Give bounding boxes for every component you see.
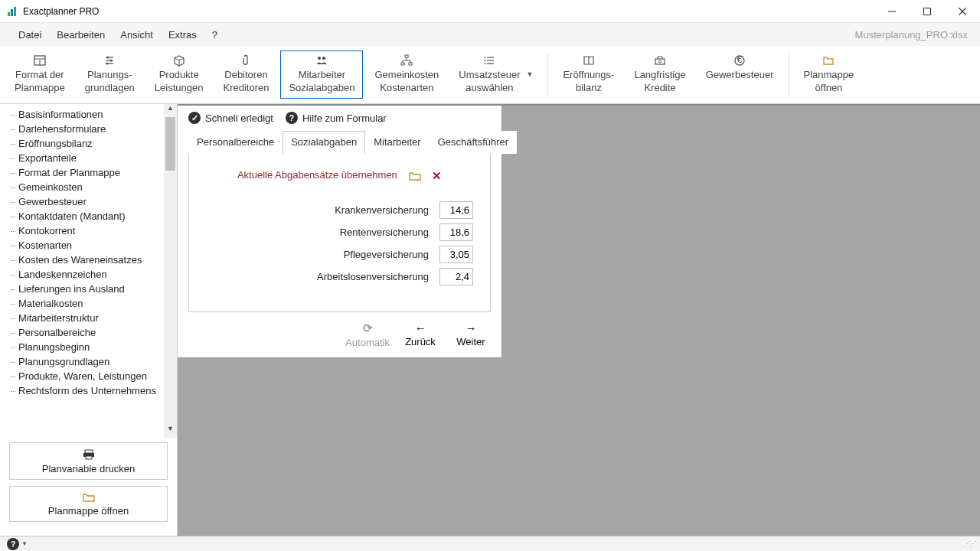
scrollbar[interactable]: ▲ ▼ <box>164 104 177 438</box>
ribbon-label: grundlagen <box>85 82 135 95</box>
import-rates-button[interactable] <box>409 171 421 181</box>
ribbon-planungsgrundlagen[interactable]: Planungs-grundlagen <box>77 51 143 99</box>
tree-item[interactable]: Produkte, Waren, Leistungen <box>6 369 177 383</box>
menu-help[interactable]: ? <box>204 26 225 44</box>
tree-item[interactable]: Mitarbeiterstruktur <box>6 311 177 325</box>
ribbon-produkte-leistungen[interactable]: ProdukteLeistungen <box>146 51 212 99</box>
ribbon-gewerbesteuer[interactable]: € Gewerbesteuer <box>697 51 782 99</box>
ribbon-separator <box>547 54 548 96</box>
statusbar-help-icon[interactable]: ? <box>7 538 19 550</box>
svg-rect-20 <box>409 63 412 65</box>
menu-bearbeiten[interactable]: Bearbeiten <box>49 26 113 44</box>
svg-rect-2 <box>14 7 16 16</box>
ribbon-label: Mitarbeiter <box>299 69 345 82</box>
ribbon-format-planmappe[interactable]: Format derPlanmappe <box>6 51 74 99</box>
tree-item[interactable]: Gemeinkosten <box>6 180 177 194</box>
tab-geschaeftsfuehrer[interactable]: Geschäftsführer <box>430 131 518 154</box>
scroll-up-icon[interactable]: ▲ <box>164 104 177 117</box>
tree-item[interactable]: Darlehensformulare <box>6 122 177 136</box>
tree-item[interactable]: Format der Planmappe <box>6 165 177 180</box>
tab-personalbereiche[interactable]: Personalbereiche <box>188 131 283 154</box>
app-logo-icon <box>6 5 18 18</box>
svg-point-17 <box>322 57 325 60</box>
automatik-button[interactable]: ⟳ Automatik <box>345 321 390 348</box>
tree-item[interactable]: Kostenarten <box>6 238 177 253</box>
ribbon-label: Planmappe <box>804 69 854 82</box>
scroll-down-icon[interactable]: ▼ <box>164 425 177 438</box>
close-button[interactable] <box>945 0 980 23</box>
tab-sozialabgaben[interactable]: Sozialabgaben <box>283 131 365 154</box>
field-input[interactable] <box>439 246 473 263</box>
svg-rect-27 <box>655 59 665 64</box>
tree-item[interactable]: Exportanteile <box>6 151 177 165</box>
field-input[interactable] <box>439 223 473 241</box>
menu-extras[interactable]: Extras <box>161 26 204 44</box>
ribbon-label: Kostenarten <box>380 82 433 95</box>
svg-rect-19 <box>401 63 404 65</box>
printer-icon <box>13 449 164 460</box>
tree-item[interactable]: Personalbereiche <box>6 325 177 340</box>
button-label: Planmappe öffnen <box>48 505 129 517</box>
tree-item[interactable]: Materialkosten <box>6 296 177 311</box>
tree-item[interactable]: Rechtsform des Unternehmens <box>6 383 177 398</box>
tree-item[interactable]: Kontaktdaten (Mandant) <box>6 209 177 223</box>
open-planmappe-button[interactable]: Planmappe öffnen <box>9 486 168 522</box>
scroll-thumb[interactable] <box>165 117 175 171</box>
svg-point-28 <box>659 60 662 63</box>
book-icon <box>583 54 595 67</box>
quick-done-button[interactable]: ✓ Schnell erledigt <box>188 112 273 124</box>
minimize-button[interactable] <box>874 0 910 23</box>
dropdown-caret-icon[interactable]: ▼ <box>527 70 534 80</box>
button-label: Hilfe zum Formular <box>302 112 387 124</box>
maximize-button[interactable] <box>910 0 945 23</box>
tree-item[interactable]: Landeskennzeichen <box>6 267 177 282</box>
next-button[interactable]: → Weiter <box>451 321 491 348</box>
ribbon-planmappe-oeffnen[interactable]: Planmappeöffnen <box>795 51 863 99</box>
ribbon-langfristige-kredite[interactable]: LangfristigeKredite <box>626 51 694 99</box>
tree-item[interactable]: Kontokorrent <box>6 223 177 238</box>
clear-rates-button[interactable]: ✕ <box>432 169 442 182</box>
tree-item[interactable]: Kosten des Wareneinsatzes <box>6 253 177 267</box>
field-label: Krankenversicherung <box>335 204 439 216</box>
tree-item[interactable]: Lieferungen ins Ausland <box>6 282 177 296</box>
clip-icon <box>240 54 252 67</box>
resize-grip-icon[interactable]: ⋰⋰ <box>963 540 975 548</box>
ribbon-debitoren-kreditoren[interactable]: DebitorenKreditoren <box>214 51 277 99</box>
back-button[interactable]: ← Zurück <box>400 321 440 348</box>
ribbon-eroeffnungsbilanz[interactable]: Eröffnungs-bilanz <box>554 51 622 99</box>
ribbon-label: Kreditoren <box>223 82 269 95</box>
people-icon <box>315 54 328 67</box>
hierarchy-icon <box>400 54 413 67</box>
ribbon-label: Eröffnungs- <box>563 69 614 82</box>
svg-point-16 <box>318 57 321 60</box>
ribbon-label: Format der <box>15 69 64 82</box>
svg-rect-1 <box>11 9 13 16</box>
tab-mitarbeiter[interactable]: Mitarbeiter <box>365 131 429 154</box>
tree-item[interactable]: Planungsbeginn <box>6 340 177 354</box>
ribbon-umsatzsteuer-auswaehlen[interactable]: Umsatzsteuerauswählen ▼ <box>450 51 541 99</box>
ribbon-label: Umsatzsteuer <box>459 69 520 82</box>
ribbon-mitarbeiter-sozialabgaben[interactable]: MitarbeiterSozialabgaben <box>280 51 363 99</box>
ribbon-gemeinkosten-kostenarten[interactable]: GemeinkostenKostenarten <box>366 51 447 99</box>
window-title: Exactplanner PRO <box>23 6 99 17</box>
statusbar-dropdown-icon[interactable]: ▼ <box>21 540 28 547</box>
svg-point-11 <box>107 57 109 59</box>
navigation-tree[interactable]: BasisinformationenDarlehensformulareEröf… <box>0 104 177 438</box>
folder-open-icon <box>822 54 835 67</box>
tree-item[interactable]: Basisinformationen <box>6 107 177 122</box>
titlebar: Exactplanner PRO <box>0 0 980 23</box>
field-input[interactable] <box>439 268 473 285</box>
field-input[interactable] <box>439 201 473 219</box>
svg-point-13 <box>110 60 113 62</box>
field-label: Rentenversicherung <box>340 227 439 238</box>
content-area: ✓ Schnell erledigt ? Hilfe zum Formular … <box>178 104 980 536</box>
menu-datei[interactable]: Datei <box>11 26 49 44</box>
tree-item[interactable]: Gewerbesteuer <box>6 194 177 209</box>
tree-item[interactable]: Eröffnungsbilanz <box>6 136 177 151</box>
tree-item[interactable]: Planungsgrundlagen <box>6 354 177 369</box>
svg-rect-31 <box>85 450 93 453</box>
form-help-button[interactable]: ? Hilfe zum Formular <box>286 112 387 124</box>
print-planvariable-button[interactable]: Planvariable drucken <box>9 442 168 480</box>
question-circle-icon: ? <box>286 112 298 124</box>
menu-ansicht[interactable]: Ansicht <box>113 26 161 44</box>
